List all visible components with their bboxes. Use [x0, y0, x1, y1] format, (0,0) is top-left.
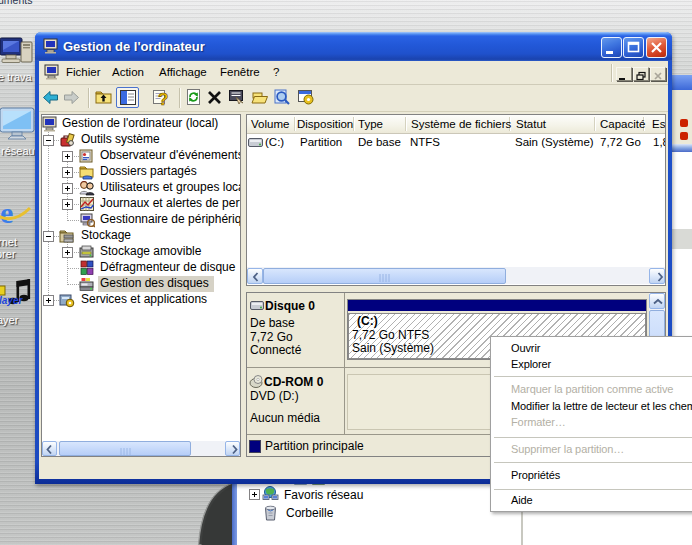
svg-text:?: ? [158, 90, 168, 107]
svg-text:e: e [0, 196, 13, 229]
